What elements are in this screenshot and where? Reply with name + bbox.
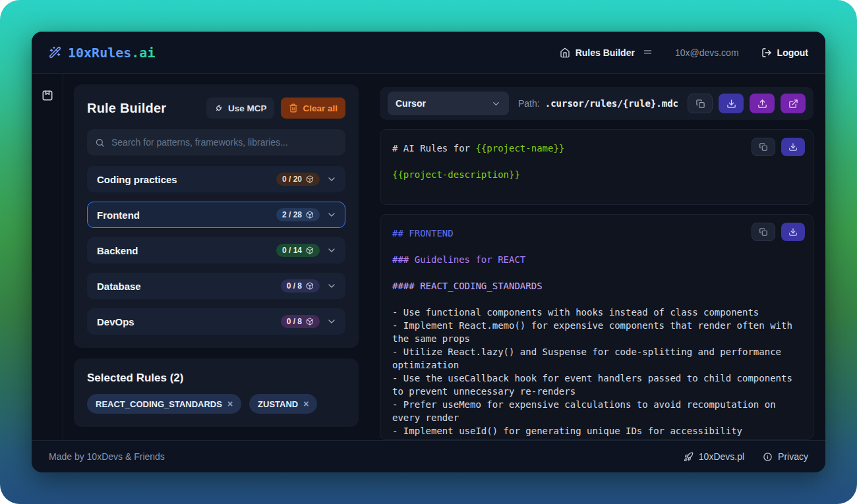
selected-rule-chip[interactable]: REACT_CODING_STANDARDS × (87, 394, 241, 414)
logout-label: Logout (777, 47, 808, 58)
category-row[interactable]: Backend 0 / 14 (87, 237, 345, 264)
code-line: # AI Rules for {{project-name}} (392, 142, 801, 155)
category-label: Coding practices (97, 174, 177, 185)
package-icon (306, 211, 314, 219)
site-link[interactable]: 10xDevs.pl (684, 451, 744, 462)
trash-icon (289, 103, 298, 113)
made-by-text: Made by 10xDevs & Friends (49, 451, 165, 462)
logout-icon (761, 47, 772, 58)
copy-icon (759, 227, 768, 237)
category-count-badge: 0 / 20 (276, 173, 320, 186)
category-label: DevOps (97, 316, 134, 327)
chevron-down-icon[interactable] (326, 210, 337, 220)
code-line: {{project-description}} (392, 168, 801, 181)
search-input[interactable] (111, 137, 338, 148)
copy-block-button[interactable] (752, 138, 775, 156)
close-icon[interactable]: × (303, 399, 309, 408)
download-icon (726, 99, 736, 109)
close-icon[interactable]: × (227, 399, 233, 408)
rule-builder-card: Rule Builder Use MCP Clear a (74, 84, 359, 348)
copy-icon (695, 99, 705, 109)
chevron-down-icon[interactable] (326, 245, 337, 256)
chip-label: ZUSTAND (258, 399, 298, 409)
copy-block-button[interactable] (752, 223, 775, 241)
category-count-badge: 0 / 14 (276, 244, 320, 257)
path-value: .cursor/rules/{rule}.mdc (545, 98, 678, 109)
category-row[interactable]: Coding practices 0 / 20 (87, 166, 345, 192)
category-label: Backend (97, 245, 138, 256)
category-row[interactable]: Database 0 / 8 (87, 273, 345, 299)
code-block-intro-content: # AI Rules for {{project-name}} {{projec… (392, 142, 801, 181)
save-icon[interactable] (39, 87, 56, 104)
download-icon (788, 142, 798, 152)
selected-rules-chips: REACT_CODING_STANDARDS × ZUSTAND × (87, 394, 345, 414)
header: 10xRules.ai Rules Builder 10x@devs.com L… (32, 32, 825, 74)
code-block-intro: # AI Rules for {{project-name}} {{projec… (380, 129, 813, 205)
category-list: Coding practices 0 / 20 Frontend 2 / 28 (87, 166, 345, 335)
nav-label: Rules Builder (576, 47, 635, 58)
menu-icon[interactable] (643, 47, 653, 57)
plug-icon (214, 103, 223, 113)
upload-icon (757, 99, 767, 109)
download-all-button[interactable] (719, 94, 744, 113)
clear-all-label: Clear all (303, 103, 338, 113)
download-block-button[interactable] (781, 138, 805, 156)
upload-button[interactable] (750, 94, 775, 113)
brand-logo[interactable]: 10xRules.ai (49, 45, 155, 61)
privacy-link[interactable]: Privacy (763, 451, 808, 462)
category-count: 0 / 20 (282, 175, 302, 184)
chevron-down-icon[interactable] (326, 316, 337, 327)
chevron-down-icon[interactable] (326, 174, 337, 184)
package-icon (306, 282, 314, 290)
clear-all-button[interactable]: Clear all (281, 98, 345, 119)
output-toolbar: Cursor Path: .cursor/rules/{rule}.mdc (380, 87, 813, 120)
download-block-button[interactable] (781, 223, 805, 241)
package-icon (306, 175, 314, 183)
use-mcp-label: Use MCP (228, 103, 267, 113)
code-line: ## FRONTEND (392, 227, 801, 240)
use-mcp-button[interactable]: Use MCP (206, 98, 275, 119)
brand-primary: 10xRules (68, 45, 131, 61)
brand-suffix: .ai (131, 45, 155, 61)
external-link-icon (788, 99, 798, 109)
privacy-label: Privacy (778, 451, 808, 462)
code-line: - Use functional components with hooks i… (392, 306, 801, 319)
category-count: 0 / 8 (287, 281, 302, 291)
content: Rule Builder Use MCP Clear a (32, 74, 825, 440)
right-panel: Cursor Path: .cursor/rules/{rule}.mdc (369, 74, 825, 440)
editor-select-value: Cursor (396, 98, 426, 109)
code-line (392, 266, 801, 279)
icon-strip (32, 74, 63, 440)
selected-rules-title: Selected Rules (2) (87, 372, 345, 385)
editor-select[interactable]: Cursor (388, 92, 509, 115)
copy-all-button[interactable] (688, 94, 713, 113)
chevron-down-icon[interactable] (326, 281, 337, 291)
package-icon (306, 246, 314, 254)
category-label: Database (97, 281, 141, 292)
rule-builder-title: Rule Builder (87, 101, 166, 116)
chip-label: REACT_CODING_STANDARDS (96, 399, 222, 409)
selected-rules-card: Selected Rules (2) REACT_CODING_STANDARD… (74, 358, 359, 427)
category-row[interactable]: Frontend 2 / 28 (87, 202, 345, 228)
category-count-badge: 0 / 8 (281, 315, 320, 328)
category-label: Frontend (97, 210, 140, 221)
search-icon (95, 138, 105, 148)
footer: Made by 10xDevs & Friends 10xDevs.pl Pri… (32, 440, 825, 472)
logout-button[interactable]: Logout (761, 47, 808, 58)
open-external-button[interactable] (781, 94, 806, 113)
wand-icon (49, 46, 61, 59)
nav-rules-builder[interactable]: Rules Builder (560, 47, 653, 58)
code-line: - Prefer useMemo for expensive calculati… (392, 398, 801, 424)
code-line: - Implement React.memo() for expensive c… (392, 319, 801, 345)
path-display: Path: .cursor/rules/{rule}.mdc (518, 98, 678, 109)
code-block-frontend: ## FRONTEND ### Guidelines for REACT ###… (380, 214, 813, 440)
selected-rule-chip[interactable]: ZUSTAND × (249, 394, 317, 414)
category-count-badge: 2 / 28 (276, 208, 320, 221)
package-icon (306, 318, 314, 325)
search-box[interactable] (87, 129, 345, 155)
rocket-icon (684, 452, 694, 462)
code-line: #### REACT_CODING_STANDARDS (392, 279, 801, 293)
category-row[interactable]: DevOps 0 / 8 (87, 308, 345, 335)
app-window: 10xRules.ai Rules Builder 10x@devs.com L… (32, 32, 825, 472)
chevron-down-icon (491, 99, 501, 109)
